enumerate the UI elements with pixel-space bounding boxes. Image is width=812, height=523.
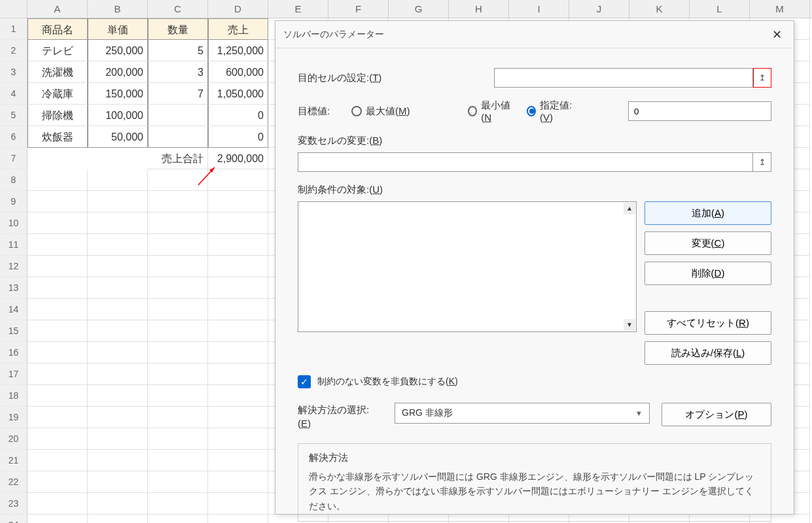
row-header-19[interactable]: 19 — [0, 407, 27, 428]
cell-empty[interactable] — [88, 428, 148, 450]
cell-empty[interactable] — [148, 450, 208, 471]
row-header-24[interactable]: 24 — [0, 515, 27, 523]
row-header-2[interactable]: 2 — [0, 40, 27, 61]
cell-empty[interactable] — [208, 256, 268, 277]
cell-empty[interactable] — [88, 342, 148, 363]
row-header-10[interactable]: 10 — [0, 212, 27, 234]
cell-A1[interactable]: 商品名 — [27, 18, 88, 40]
cell-empty[interactable] — [27, 342, 88, 363]
row-header-17[interactable]: 17 — [0, 363, 27, 385]
scroll-up-icon[interactable]: ▲ — [624, 203, 635, 214]
cell-empty[interactable] — [27, 385, 88, 407]
cell-empty[interactable] — [27, 212, 88, 234]
cell-empty[interactable] — [27, 471, 88, 493]
row-header-1[interactable]: 1 — [0, 18, 27, 40]
objective-cell-input[interactable] — [494, 68, 753, 88]
cell-empty[interactable] — [208, 212, 268, 234]
row-header-4[interactable]: 4 — [0, 83, 27, 105]
row-header-11[interactable]: 11 — [0, 234, 27, 256]
cell-empty[interactable] — [208, 493, 268, 515]
target-value-input[interactable] — [628, 101, 771, 121]
radio-value[interactable]: 指定値:(V) — [527, 99, 578, 123]
cell-empty[interactable] — [148, 234, 208, 256]
radio-min[interactable]: 最小値(N — [468, 99, 515, 123]
row-header-13[interactable]: 13 — [0, 277, 27, 299]
load-save-button[interactable]: 読み込み/保存(L) — [644, 341, 771, 365]
cell-C3[interactable]: 3 — [148, 61, 208, 83]
cell-empty[interactable] — [208, 191, 268, 212]
row-header-3[interactable]: 3 — [0, 61, 27, 83]
reset-all-button[interactable]: すべてリセット(R) — [644, 311, 771, 335]
cell-C7[interactable]: 売上合計 — [148, 148, 208, 169]
cell-empty[interactable] — [88, 407, 148, 428]
cell-empty[interactable] — [208, 299, 268, 320]
row-header-6[interactable]: 6 — [0, 126, 27, 148]
cell-empty[interactable] — [27, 234, 88, 256]
col-header-L[interactable]: L — [690, 0, 750, 18]
cell-B1[interactable]: 単価 — [88, 18, 148, 40]
cell-empty[interactable] — [148, 493, 208, 515]
delete-constraint-button[interactable]: 削除(D) — [644, 262, 771, 285]
nonnegative-checkbox[interactable]: ✓ — [298, 375, 311, 388]
row-header-14[interactable]: 14 — [0, 299, 27, 320]
cell-empty[interactable] — [27, 515, 88, 523]
cell-empty[interactable] — [208, 428, 268, 450]
cell-empty[interactable] — [88, 320, 148, 342]
cell-empty[interactable] — [88, 299, 148, 320]
select-all-corner[interactable] — [0, 0, 27, 18]
row-header-18[interactable]: 18 — [0, 385, 27, 407]
cell-empty[interactable] — [208, 363, 268, 385]
cell-empty[interactable] — [148, 299, 208, 320]
cell-empty[interactable] — [208, 277, 268, 299]
objective-range-picker[interactable]: ↥ — [753, 68, 771, 88]
cell-A5[interactable]: 掃除機 — [27, 105, 88, 126]
dialog-titlebar[interactable]: ソルバーのパラメーター ✕ — [275, 21, 794, 48]
cell-B2[interactable]: 250,000 — [88, 40, 148, 61]
cell-empty[interactable] — [208, 471, 268, 493]
row-header-21[interactable]: 21 — [0, 450, 27, 471]
cell-C4[interactable]: 7 — [148, 83, 208, 105]
cell-C5[interactable] — [148, 105, 208, 126]
cell-A4[interactable]: 冷蔵庫 — [27, 83, 88, 105]
cell-A3[interactable]: 洗濯機 — [27, 61, 88, 83]
col-header-M[interactable]: M — [750, 0, 810, 18]
row-header-12[interactable]: 12 — [0, 256, 27, 277]
cell-empty[interactable] — [88, 191, 148, 212]
cell-empty[interactable] — [148, 277, 208, 299]
cell-B6[interactable]: 50,000 — [88, 126, 148, 148]
add-constraint-button[interactable]: 追加(A) — [644, 201, 771, 225]
cell-empty[interactable] — [88, 234, 148, 256]
cell-empty[interactable] — [27, 169, 88, 191]
cell-empty[interactable] — [148, 191, 208, 212]
cell-B3[interactable]: 200,000 — [88, 61, 148, 83]
radio-max[interactable]: 最大値(M) — [351, 105, 410, 118]
cell-D3[interactable]: 600,000 — [208, 61, 268, 83]
cell-empty[interactable] — [88, 277, 148, 299]
cell-empty[interactable] — [27, 407, 88, 428]
col-header-I[interactable]: I — [509, 0, 569, 18]
cell-D4[interactable]: 1,050,000 — [208, 83, 268, 105]
cell-empty[interactable] — [27, 320, 88, 342]
cell-empty[interactable] — [27, 428, 88, 450]
col-header-A[interactable]: A — [27, 0, 88, 18]
cell-empty[interactable] — [88, 363, 148, 385]
row-header-15[interactable]: 15 — [0, 320, 27, 342]
cell-empty[interactable] — [27, 277, 88, 299]
close-button[interactable]: ✕ — [768, 25, 786, 44]
cell-B4[interactable]: 150,000 — [88, 83, 148, 105]
col-header-K[interactable]: K — [629, 0, 690, 18]
col-header-G[interactable]: G — [389, 0, 449, 18]
cell-empty[interactable] — [208, 234, 268, 256]
cell-empty[interactable] — [88, 256, 148, 277]
variable-cells-input[interactable] — [298, 152, 753, 172]
col-header-E[interactable]: E — [268, 0, 328, 18]
options-button[interactable]: オプション(P) — [662, 403, 771, 426]
cell-empty[interactable] — [27, 256, 88, 277]
row-header-8[interactable]: 8 — [0, 169, 27, 191]
cell-D5[interactable]: 0 — [208, 105, 268, 126]
cell-A2[interactable]: テレビ — [27, 40, 88, 61]
cell-empty[interactable] — [27, 191, 88, 212]
scroll-down-icon[interactable]: ▼ — [624, 319, 635, 331]
cell-empty[interactable] — [148, 428, 208, 450]
cell-empty[interactable] — [88, 515, 148, 523]
